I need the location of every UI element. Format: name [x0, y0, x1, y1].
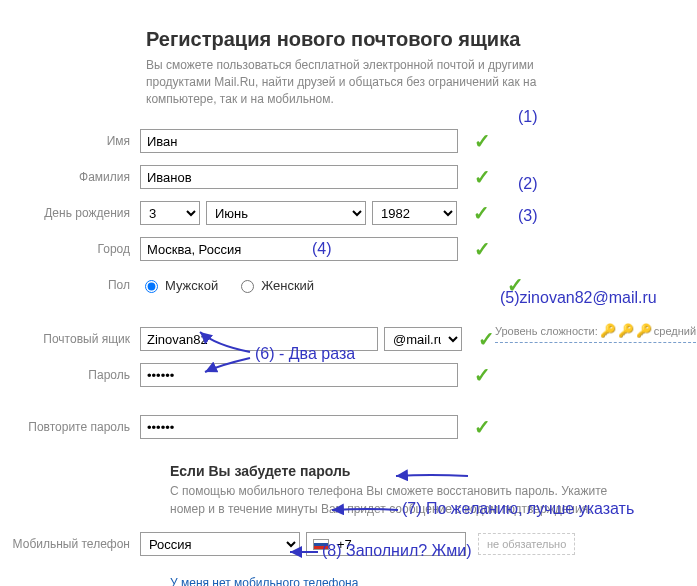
row-password-confirm: Повторите пароль ✓	[10, 415, 687, 439]
phone-code-wrap[interactable]	[306, 532, 466, 556]
intro-text: Вы сможете пользоваться бесплатной элект…	[146, 57, 576, 107]
label-lastname: Фамилия	[10, 170, 140, 184]
input-password-confirm[interactable]	[140, 415, 458, 439]
label-birthday: День рождения	[10, 206, 140, 220]
radio-male[interactable]	[145, 280, 158, 293]
row-birthday: День рождения 3 Июнь 1982 ✓	[10, 201, 687, 225]
forgot-title: Если Вы забудете пароль	[170, 463, 687, 479]
check-icon: ✓	[507, 273, 524, 297]
password-strength: Уровень сложности: 🔑 🔑 🔑 средний	[495, 321, 696, 343]
input-city[interactable]	[140, 237, 458, 261]
radio-female-label: Женский	[261, 278, 314, 293]
label-password-confirm: Повторите пароль	[0, 420, 140, 434]
key-icon: 🔑	[600, 323, 616, 338]
input-mailbox[interactable]	[140, 327, 378, 351]
optional-badge: не обязательно	[478, 533, 575, 555]
select-year[interactable]: 1982	[372, 201, 457, 225]
key-icon: 🔑	[618, 323, 634, 338]
strength-value: средний	[654, 325, 696, 337]
strength-label: Уровень сложности:	[495, 325, 598, 337]
row-lastname: Фамилия ✓	[10, 165, 687, 189]
forgot-text: С помощью мобильного телефона Вы сможете…	[170, 483, 610, 518]
input-password[interactable]	[140, 363, 458, 387]
key-icon: 🔑	[636, 323, 652, 338]
label-password: Пароль	[10, 368, 140, 382]
row-password: Пароль ✓	[10, 363, 687, 387]
forgot-section: Если Вы забудете пароль С помощью мобиль…	[170, 463, 687, 518]
input-firstname[interactable]	[140, 129, 458, 153]
check-icon: ✓	[473, 201, 490, 225]
input-lastname[interactable]	[140, 165, 458, 189]
label-city: Город	[10, 242, 140, 256]
label-mailbox: Почтовый ящик	[10, 332, 140, 346]
label-gender: Пол	[10, 278, 140, 292]
check-icon: ✓	[474, 129, 491, 153]
check-icon: ✓	[474, 165, 491, 189]
label-phone: Мобильный телефон	[0, 537, 140, 551]
select-month[interactable]: Июнь	[206, 201, 366, 225]
radio-male-label: Мужской	[165, 278, 218, 293]
page-title: Регистрация нового почтового ящика	[146, 28, 687, 51]
no-phone-link[interactable]: У меня нет мобильного телефона	[170, 576, 358, 586]
row-city: Город ✓	[10, 237, 687, 261]
select-domain[interactable]: @mail.ru	[384, 327, 462, 351]
label-firstname: Имя	[10, 134, 140, 148]
flag-icon	[313, 539, 329, 550]
row-gender: Пол Мужской Женский ✓	[10, 273, 687, 297]
row-firstname: Имя ✓	[10, 129, 687, 153]
check-icon: ✓	[478, 327, 495, 351]
radio-female[interactable]	[241, 280, 254, 293]
select-country[interactable]: Россия	[140, 532, 300, 556]
input-phone[interactable]	[335, 534, 455, 554]
check-icon: ✓	[474, 237, 491, 261]
row-phone: Мобильный телефон Россия не обязательно	[10, 532, 687, 556]
check-icon: ✓	[474, 415, 491, 439]
select-day[interactable]: 3	[140, 201, 200, 225]
check-icon: ✓	[474, 363, 491, 387]
